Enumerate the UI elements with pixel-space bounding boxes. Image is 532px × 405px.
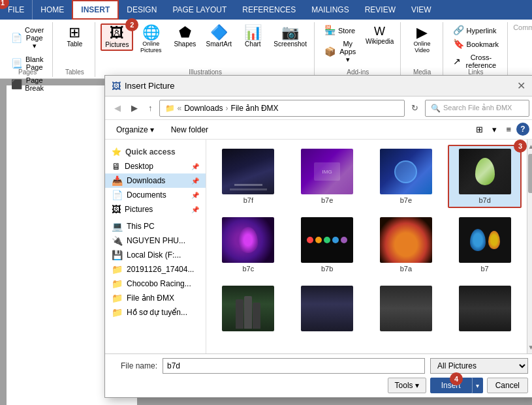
tab-insert[interactable]: INSERT 1: [72, 0, 119, 20]
my-apps-icon: 📦: [324, 47, 336, 56]
breadcrumb[interactable]: 📁 « Downloads › File ảnh ĐMX: [159, 100, 405, 117]
file-row3-4[interactable]: [448, 282, 522, 337]
chart-label: Chart: [245, 40, 260, 48]
chocobo-icon: 📁: [112, 278, 123, 289]
filetype-select[interactable]: All Pictures: [430, 358, 528, 374]
cover-page-label: Cover Page ▾: [25, 26, 44, 50]
nav-forward-button[interactable]: ▶: [127, 101, 142, 115]
file-b7e-1[interactable]: IMG b7e: [290, 145, 364, 208]
dialog-title-text: Insert Picture: [125, 81, 175, 91]
documents-pin-icon: 📌: [191, 192, 199, 199]
tools-button[interactable]: Tools ▾: [388, 378, 426, 393]
search-bar[interactable]: 🔍 Search File ảnh ĐMX: [425, 100, 529, 117]
file-row3-3[interactable]: [369, 282, 443, 337]
sidebar-item-file-anh[interactable]: 📁 File ảnh ĐMX: [105, 291, 206, 305]
organize-button[interactable]: Organize ▾: [110, 123, 160, 136]
scrollbar-thumb[interactable]: [528, 154, 533, 193]
tab-home[interactable]: HOME: [33, 0, 72, 20]
file-b7d[interactable]: b7d: [448, 145, 522, 208]
tab-mailings[interactable]: MAILINGS: [304, 0, 356, 20]
file-b7f[interactable]: b7f: [211, 145, 285, 208]
online-pictures-label: OnlinePictures: [140, 40, 162, 53]
scrollbar[interactable]: ▲ ▼: [527, 140, 532, 353]
nav-back-button[interactable]: ◀: [110, 101, 125, 115]
sidebar-item-desktop[interactable]: 🖥 Desktop 📌: [105, 159, 206, 173]
my-apps-label: My Apps ▾: [338, 40, 358, 64]
help-button[interactable]: ?: [516, 123, 529, 136]
wikipedia-button[interactable]: W Wikipedia: [364, 23, 396, 47]
sidebar-documents-label: Documents: [127, 190, 187, 200]
tab-references[interactable]: REFERENCES: [234, 0, 304, 20]
this-pc-section: 💻 This PC 🔌 NGUYEN PHU... 💾 Local Disk (…: [105, 219, 206, 320]
hyperlink-button[interactable]: 🔗 Hyperlink: [448, 23, 504, 37]
wikipedia-icon: W: [374, 25, 385, 37]
store-icon: 🏪: [324, 25, 336, 35]
file-b7b[interactable]: b7b: [290, 213, 364, 277]
table-button[interactable]: ⊞ Table: [58, 23, 91, 50]
tab-review[interactable]: REVIEW: [357, 0, 403, 20]
view-extra-button[interactable]: ⊞: [472, 123, 487, 136]
file-b7a[interactable]: b7a: [369, 213, 443, 277]
tab-design[interactable]: DESIGN: [119, 0, 164, 20]
file-b7e1-label: b7e: [321, 196, 333, 204]
bookmark-button[interactable]: 🔖 Bookmark: [448, 37, 504, 50]
sidebar-item-folder1[interactable]: 📁 20191126_17404...: [105, 262, 206, 277]
sidebar-item-local-disk[interactable]: 💾 Local Disk (F:...: [105, 248, 206, 262]
addins-items: 🏪 Store 📦 My Apps ▾ W Wikipedia: [320, 23, 396, 76]
local-disk-icon: 💾: [112, 250, 123, 260]
store-button[interactable]: 🏪 Store: [320, 23, 362, 37]
sidebar-item-downloads[interactable]: 📥 Downloads 📌: [105, 173, 206, 188]
tables-items: ⊞ Table: [58, 23, 91, 76]
insert-picture-dialog: 🖼 Insert Picture ✕ ◀ ▶ ↑ 📁 « Downloads ›…: [104, 75, 532, 398]
sidebar-item-chocobo[interactable]: 📁 Chocobo Racing...: [105, 277, 206, 291]
shapes-button[interactable]: ⬟ Shapes: [168, 23, 201, 50]
file-b7[interactable]: b7: [448, 213, 522, 277]
online-pictures-button[interactable]: 🌐 OnlinePictures: [134, 23, 167, 55]
page-break-button[interactable]: ⬛ Page Break: [7, 74, 48, 94]
search-icon: 🔍: [431, 104, 441, 113]
tab-file-label: FILE: [8, 5, 24, 14]
sidebar-item-this-pc[interactable]: 💻 This PC: [105, 219, 206, 233]
file-b7-label: b7: [481, 265, 489, 273]
view-details-button[interactable]: ≡: [502, 123, 515, 136]
file-b7e-2[interactable]: b7e: [369, 145, 443, 208]
sidebar-item-documents[interactable]: 📄 Documents 📌: [105, 188, 206, 202]
sidebar-item-nguyen[interactable]: 🔌 NGUYEN PHU...: [105, 233, 206, 248]
page-break-icon: ⬛: [11, 80, 22, 89]
cover-page-button[interactable]: 📄 Cover Page ▾: [7, 23, 48, 52]
online-video-button[interactable]: ▶ OnlineVideo: [406, 23, 439, 55]
group-tables: ⊞ Table Tables: [54, 22, 95, 77]
cancel-button[interactable]: Cancel: [487, 378, 528, 393]
dialog-close-button[interactable]: ✕: [514, 80, 528, 92]
sidebar-downloads-label: Downloads: [127, 176, 187, 185]
sidebar-item-pictures[interactable]: 🖼 Pictures 📌: [105, 202, 206, 217]
breadcrumb-sep1: «: [178, 104, 182, 113]
file-b7c[interactable]: b7c: [211, 213, 285, 277]
organize-chevron-icon: ▾: [150, 125, 154, 134]
insert-dropdown-button[interactable]: ▾: [472, 378, 483, 393]
chart-button[interactable]: 📊 Chart: [236, 23, 269, 50]
file-row3-2[interactable]: [290, 282, 364, 337]
pages-group-label: Pages: [3, 68, 52, 76]
quick-access-header: ⭐ Quick access: [105, 145, 206, 159]
tab-review-label: REVIEW: [365, 5, 396, 14]
file-row3-1[interactable]: [211, 282, 285, 337]
nav-up-button[interactable]: ↑: [144, 101, 157, 115]
smartart-button[interactable]: 🔷 SmartArt: [202, 23, 235, 50]
dialog-bottom: File name: All Pictures Tools ▾ 4 Insert…: [105, 353, 532, 397]
tab-page-layout[interactable]: PAGE LAYOUT: [164, 0, 234, 20]
sidebar-item-ho-so[interactable]: 📁 Hồ sơ dự tuyển...: [105, 305, 206, 320]
screenshot-button[interactable]: 📷 Screenshot: [270, 23, 310, 50]
nav-refresh-button[interactable]: ↻: [407, 101, 422, 115]
cross-reference-icon: ↗: [453, 57, 461, 66]
nguyen-icon: 🔌: [112, 235, 123, 246]
view-dropdown-button[interactable]: ▾: [488, 123, 501, 136]
file-row3-2-thumb: [301, 286, 353, 331]
filename-input[interactable]: [163, 358, 425, 374]
new-folder-button[interactable]: New folder: [165, 123, 214, 136]
group-media: ▶ OnlineVideo Media: [402, 22, 443, 77]
tab-view[interactable]: VIEW: [403, 0, 439, 20]
desktop-icon: 🖥: [112, 161, 121, 172]
pictures-icon: 🖼: [110, 26, 124, 40]
my-apps-button[interactable]: 📦 My Apps ▾: [320, 37, 362, 66]
